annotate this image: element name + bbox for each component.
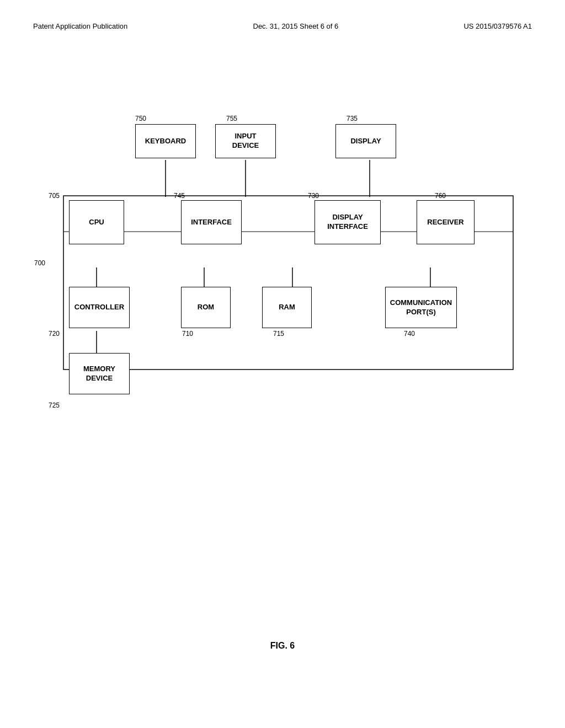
label-730: 730 xyxy=(308,192,319,200)
label-750: 750 xyxy=(135,115,146,122)
header-middle: Dec. 31, 2015 Sheet 6 of 6 xyxy=(253,22,339,30)
box-controller: CONTROLLER xyxy=(69,287,130,328)
label-755: 755 xyxy=(226,115,237,122)
figure-caption: FIG. 6 xyxy=(0,641,565,651)
box-input-device: INPUT DEVICE xyxy=(215,124,276,158)
label-700: 700 xyxy=(34,259,45,267)
page-header: Patent Application Publication Dec. 31, … xyxy=(0,0,565,41)
box-display-interface: DISPLAY INTERFACE xyxy=(315,200,381,244)
box-receiver: RECEIVER xyxy=(417,200,475,244)
label-720: 720 xyxy=(49,330,60,338)
label-725: 725 xyxy=(49,402,60,409)
label-740: 740 xyxy=(404,330,415,338)
label-710: 710 xyxy=(182,330,193,338)
diagram-container: 750 KEYBOARD 755 INPUT DEVICE 735 DISPLA… xyxy=(33,110,519,452)
box-keyboard: KEYBOARD xyxy=(135,124,196,158)
label-715: 715 xyxy=(273,330,284,338)
diagram-svg xyxy=(33,110,519,452)
box-interface: INTERFACE xyxy=(181,200,242,244)
box-cpu: CPU xyxy=(69,200,124,244)
box-ram: RAM xyxy=(262,287,312,328)
label-735: 735 xyxy=(347,115,358,122)
label-745: 745 xyxy=(174,192,185,200)
box-comm-ports: COMMUNICATION PORT(S) xyxy=(385,287,457,328)
box-rom: ROM xyxy=(181,287,231,328)
header-right: US 2015/0379576 A1 xyxy=(463,22,532,30)
box-display: DISPLAY xyxy=(335,124,396,158)
header-left: Patent Application Publication xyxy=(33,22,127,30)
label-705: 705 xyxy=(49,192,60,200)
box-memory-device: MEMORY DEVICE xyxy=(69,353,130,394)
label-760: 760 xyxy=(435,192,446,200)
